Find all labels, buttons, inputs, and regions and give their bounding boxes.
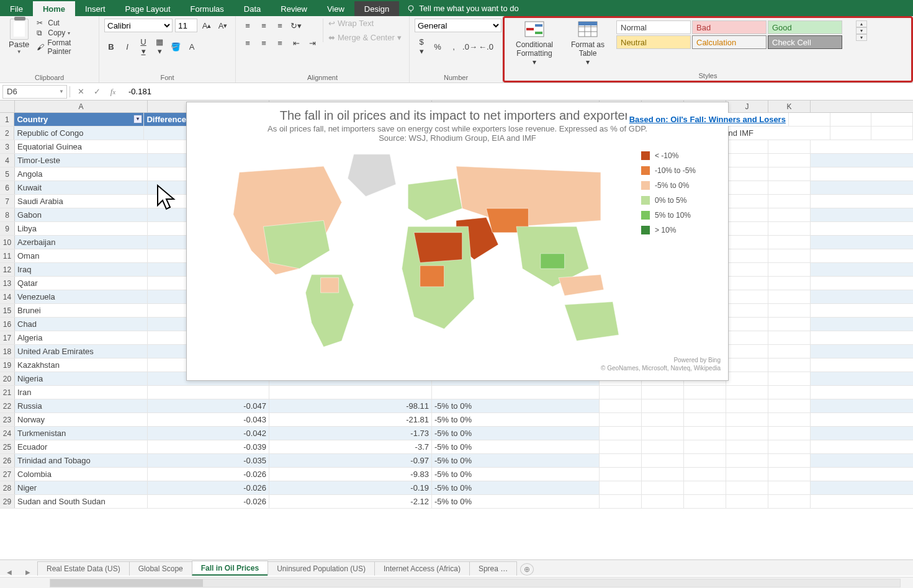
cell[interactable] (726, 181, 768, 194)
wrap-text-button[interactable]: ↩Wrap Text (328, 19, 402, 28)
cell[interactable]: Turkmenistan (15, 427, 148, 440)
cell[interactable]: Oman (15, 249, 148, 262)
cell[interactable]: Libya (15, 222, 148, 235)
cell[interactable] (726, 495, 768, 508)
cell[interactable] (768, 290, 811, 303)
cell[interactable] (726, 359, 768, 372)
cell[interactable] (768, 399, 811, 412)
format-as-table-button[interactable]: Format as Table ▾ (563, 20, 613, 66)
sheet-tab[interactable]: Sprea … (469, 561, 517, 576)
row-header[interactable]: 3 (0, 140, 15, 153)
cell[interactable] (768, 495, 811, 508)
cell[interactable] (600, 495, 642, 508)
cell[interactable]: -0.043 (148, 413, 269, 426)
cell[interactable] (642, 481, 684, 494)
cell[interactable] (642, 440, 684, 453)
cell[interactable] (768, 181, 811, 194)
table-header-cell[interactable] (830, 113, 872, 126)
align-right-button[interactable]: ≡ (273, 36, 287, 50)
cell[interactable]: Russia (15, 399, 148, 412)
cell[interactable]: Brunei (15, 304, 148, 317)
menu-tab-page-layout[interactable]: Page Layout (115, 1, 181, 16)
cell[interactable]: Iran (15, 386, 148, 399)
row-header[interactable]: 11 (0, 249, 15, 262)
cell[interactable]: Nigeria (15, 372, 148, 385)
cell[interactable] (726, 263, 768, 276)
cell[interactable] (726, 454, 768, 467)
worksheet[interactable]: ADEFGHIJK 1Country▾Difference as a % of … (0, 100, 913, 535)
cell[interactable] (726, 468, 768, 481)
cell[interactable]: -0.026 (148, 495, 269, 508)
cell[interactable] (600, 440, 642, 453)
cell[interactable] (684, 399, 726, 412)
cell[interactable] (726, 236, 768, 249)
table-header-cell[interactable]: Based on: Oil's Fall: Winners and Losers (627, 113, 789, 126)
increase-indent-button[interactable]: ⇥ (305, 36, 319, 50)
cell[interactable] (768, 154, 811, 167)
row-header[interactable]: 17 (0, 331, 15, 344)
source-link[interactable]: Based on: Oil's Fall: Winners and Losers (629, 115, 786, 124)
cell[interactable] (726, 427, 768, 440)
cell[interactable] (768, 304, 811, 317)
row-header[interactable]: 12 (0, 263, 15, 276)
cell[interactable]: -5% to 0% (432, 399, 600, 412)
cell[interactable] (768, 468, 811, 481)
comma-button[interactable]: , (447, 40, 461, 53)
cell[interactable]: Algeria (15, 331, 148, 344)
cell[interactable]: -0.026 (148, 468, 269, 481)
cell[interactable] (642, 454, 684, 467)
cell[interactable]: -5% to 0% (432, 481, 600, 494)
cell[interactable] (768, 372, 811, 385)
style-check-cell[interactable]: Check Cell (768, 35, 842, 49)
cell[interactable]: -5% to 0% (432, 495, 600, 508)
cell[interactable] (768, 386, 811, 399)
cell[interactable] (642, 427, 684, 440)
italic-button[interactable]: I (120, 40, 134, 53)
menu-tab-data[interactable]: Data (234, 1, 271, 16)
cell[interactable] (726, 208, 768, 221)
cell[interactable] (768, 427, 811, 440)
font-name-select[interactable]: Calibri (104, 19, 173, 32)
cell[interactable] (726, 249, 768, 262)
cell[interactable] (726, 481, 768, 494)
font-color-button[interactable]: A (185, 40, 199, 53)
map-chart[interactable]: The fall in oil prices and its impact to… (186, 102, 729, 381)
cell[interactable] (684, 468, 726, 481)
cell[interactable] (726, 345, 768, 358)
cell[interactable] (642, 468, 684, 481)
decrease-decimal-button[interactable]: ←.0 (479, 40, 493, 53)
row-header[interactable]: 8 (0, 208, 15, 221)
menu-tab-file[interactable]: File (0, 1, 33, 16)
conditional-formatting-button[interactable]: Conditional Formatting ▾ (510, 20, 559, 66)
cell[interactable]: Venezuela (15, 290, 148, 303)
cell[interactable]: Trinidad and Tobago (15, 454, 148, 467)
cell[interactable] (600, 413, 642, 426)
cell[interactable] (768, 440, 811, 453)
font-size-input[interactable] (175, 19, 197, 32)
sheet-tab-nav[interactable]: ◀▶ (0, 569, 37, 576)
cell[interactable]: -0.026 (148, 481, 269, 494)
increase-font-button[interactable]: A▴ (200, 19, 214, 32)
cancel-formula-button[interactable]: ✕ (73, 85, 89, 99)
align-middle-button[interactable]: ≡ (257, 19, 271, 32)
name-box[interactable]: D6▼ (2, 85, 67, 99)
sheet-tab[interactable]: Fall in Oil Prices (192, 561, 268, 576)
menu-tab-view[interactable]: View (317, 1, 354, 16)
row-header[interactable]: 26 (0, 454, 15, 467)
cell[interactable] (642, 386, 684, 399)
cell[interactable]: -0.035 (148, 454, 269, 467)
cell[interactable]: Ecuador (15, 440, 148, 453)
cell[interactable] (726, 399, 768, 412)
styles-gallery-scroll[interactable]: ▴▾▾ (856, 20, 867, 41)
copy-button[interactable]: ⧉Copy ▾ (37, 29, 94, 37)
orientation-button[interactable]: ↻▾ (289, 19, 303, 32)
cell[interactable]: Qatar (15, 277, 148, 290)
increase-decimal-button[interactable]: .0→ (463, 40, 477, 53)
currency-button[interactable]: $ ▾ (415, 40, 428, 53)
enter-formula-button[interactable]: ✓ (89, 85, 105, 99)
column-header-K[interactable]: K (768, 100, 811, 112)
cell[interactable] (600, 427, 642, 440)
cell[interactable] (148, 386, 269, 399)
row-header[interactable]: 22 (0, 399, 15, 412)
row-header[interactable]: 10 (0, 236, 15, 249)
